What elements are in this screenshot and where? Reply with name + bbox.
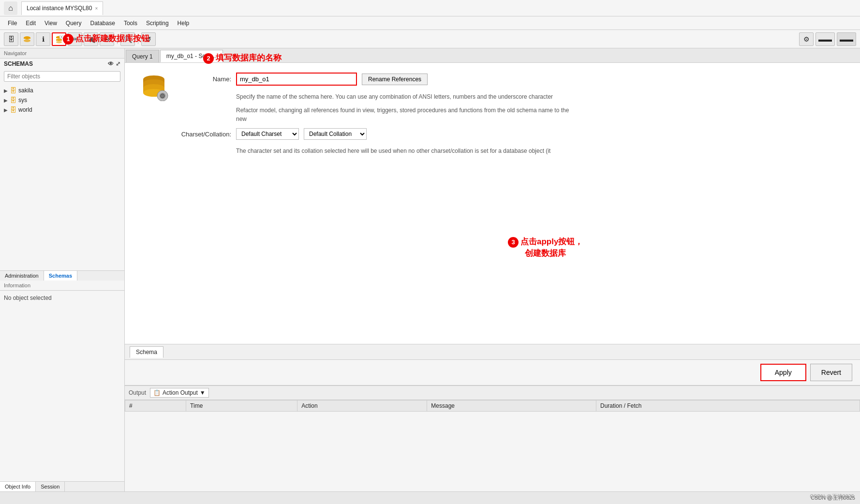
obj-tab-info[interactable]: Object Info bbox=[0, 482, 36, 491]
main-layout: Navigator SCHEMAS 👁 ⤢ ▶ 🗄 sakila ▶ bbox=[0, 48, 860, 491]
db-icon-sakila: 🗄 bbox=[10, 87, 16, 94]
schema-tabs-section: Schema bbox=[125, 344, 860, 359]
schema-editor: ⚙ Name: Rename References Specify the na… bbox=[125, 63, 860, 344]
schema-form: Name: Rename References Specify the name… bbox=[178, 73, 845, 160]
schema-name-input[interactable] bbox=[236, 73, 357, 86]
filter-box bbox=[0, 69, 124, 84]
left-bottom-tabs: Administration Schemas bbox=[0, 270, 124, 281]
tree-arrow-world: ▶ bbox=[4, 107, 8, 113]
svg-text:+: + bbox=[60, 35, 62, 39]
output-table-wrapper: # Time Action Message Duration / Fetch bbox=[125, 400, 860, 491]
left-panel: Navigator SCHEMAS 👁 ⤢ ▶ 🗄 sakila ▶ bbox=[0, 48, 125, 491]
rename-references-button[interactable]: Rename References bbox=[362, 74, 428, 85]
toolbar-separator2 bbox=[138, 34, 138, 44]
toolbar-btn-2[interactable] bbox=[20, 32, 34, 46]
output-table: # Time Action Message Duration / Fetch bbox=[125, 400, 860, 412]
name-field-row: Name: Rename References bbox=[178, 73, 845, 86]
schemas-icons: 👁 ⤢ bbox=[108, 60, 120, 67]
db-icon-sys: 🗄 bbox=[10, 96, 16, 104]
tab-schema-editor[interactable]: my_db_o1 - Sche... bbox=[160, 50, 223, 62]
schema-icon-eye[interactable]: 👁 bbox=[108, 60, 114, 67]
toolbar-btn-search[interactable]: 🔍 bbox=[120, 32, 135, 46]
svg-point-2 bbox=[24, 39, 30, 42]
svg-rect-1 bbox=[24, 38, 30, 39]
tree-label-sys: sys bbox=[18, 97, 27, 104]
tree-arrow-sys: ▶ bbox=[4, 98, 8, 103]
collation-select[interactable]: Default Collation bbox=[304, 128, 367, 140]
toolbar-btn-5[interactable]: 🔌 bbox=[84, 32, 98, 46]
col-duration: Duration / Fetch bbox=[596, 400, 860, 412]
tab-query1[interactable]: Query 1 bbox=[126, 50, 159, 62]
toolbar-layout-btn1[interactable]: ▬▬ bbox=[816, 32, 835, 46]
revert-button[interactable]: Revert bbox=[810, 364, 852, 381]
action-row: Apply Revert bbox=[125, 359, 860, 385]
menu-view[interactable]: View bbox=[41, 19, 61, 28]
output-label: Output bbox=[129, 389, 146, 396]
home-icon[interactable]: ⌂ bbox=[4, 1, 17, 15]
desc2: Refactor model, changing all references … bbox=[236, 106, 575, 123]
charset-select[interactable]: Default Charset bbox=[236, 128, 299, 140]
menu-scripting[interactable]: Scripting bbox=[142, 19, 173, 28]
toolbar-btn-6[interactable]: ⊖ bbox=[100, 32, 114, 46]
toolbar-layout-btn2[interactable]: ▬▬ bbox=[837, 32, 856, 46]
toolbar-separator bbox=[117, 34, 118, 44]
tree-item-sys[interactable]: ▶ 🗄 sys bbox=[0, 95, 124, 105]
toolbar-btn-info[interactable]: ℹ bbox=[36, 32, 50, 46]
toolbar-btn-new-schema[interactable]: + bbox=[52, 32, 66, 46]
tree-label-world: world bbox=[18, 106, 32, 113]
status-right: CSDN @王祎0825 bbox=[811, 494, 855, 502]
schemas-label: SCHEMAS bbox=[4, 60, 33, 67]
apply-button[interactable]: Apply bbox=[760, 364, 806, 381]
no-object-label: No object selected bbox=[0, 291, 124, 481]
dropdown-arrow: ▼ bbox=[200, 389, 206, 396]
schema-sub-tab[interactable]: Schema bbox=[130, 346, 163, 358]
menu-query[interactable]: Query bbox=[62, 19, 86, 28]
name-label: Name: bbox=[178, 75, 231, 83]
filter-input[interactable] bbox=[4, 71, 120, 82]
tree-arrow-sakila: ▶ bbox=[4, 88, 8, 93]
charset-label: Charset/Collation: bbox=[178, 131, 231, 138]
svg-rect-6 bbox=[56, 40, 62, 41]
menu-help[interactable]: Help bbox=[174, 19, 193, 28]
col-num: # bbox=[125, 400, 186, 412]
col-message: Message bbox=[427, 400, 596, 412]
menu-bar: File Edit View Query Database Tools Scri… bbox=[0, 16, 860, 30]
tree-item-world[interactable]: ▶ 🗄 world bbox=[0, 105, 124, 115]
svg-point-7 bbox=[56, 41, 62, 43]
tab-local-instance[interactable]: Local instance MYSQL80 × bbox=[21, 1, 103, 15]
charset-desc: The character set and its collation sele… bbox=[236, 147, 575, 155]
charset-controls: Default Charset Default Collation bbox=[236, 128, 367, 140]
action-output-dropdown[interactable]: 📋 Action Output ▼ bbox=[150, 388, 209, 398]
col-time: Time bbox=[186, 400, 297, 412]
status-bar: CSDN @王祎0825 bbox=[0, 491, 860, 504]
toolbar: 🗄 ℹ + ✏ 🔌 ⊖ 🔍 ↺ ⚙ ▬▬ ▬▬ bbox=[0, 30, 860, 48]
schema-tree: ▶ 🗄 sakila ▶ 🗄 sys ▶ 🗄 world bbox=[0, 84, 124, 270]
col-action: Action bbox=[297, 400, 427, 412]
tab-schemas[interactable]: Schemas bbox=[44, 271, 77, 281]
tab-administration[interactable]: Administration bbox=[0, 271, 44, 281]
toolbar-btn-refresh[interactable]: ↺ bbox=[141, 32, 156, 46]
menu-file[interactable]: File bbox=[4, 19, 21, 28]
toolbar-btn-4[interactable]: ✏ bbox=[68, 32, 82, 46]
svg-text:⚙: ⚙ bbox=[160, 92, 165, 100]
toolbar-right: ⚙ ▬▬ ▬▬ bbox=[799, 32, 856, 46]
toolbar-btn-1[interactable]: 🗄 bbox=[4, 32, 18, 46]
tree-label-sakila: sakila bbox=[18, 87, 33, 94]
menu-edit[interactable]: Edit bbox=[22, 19, 40, 28]
obj-tab-session[interactable]: Session bbox=[36, 482, 65, 491]
tab-label: Local instance MYSQL80 bbox=[27, 5, 92, 12]
tab-close-icon[interactable]: × bbox=[95, 6, 98, 11]
schema-icon-expand[interactable]: ⤢ bbox=[116, 60, 120, 67]
tree-item-sakila[interactable]: ▶ 🗄 sakila bbox=[0, 86, 124, 95]
navigator-header: Navigator bbox=[0, 48, 124, 59]
right-panel: Query 1 my_db_o1 - Sche... bbox=[125, 48, 860, 491]
menu-database[interactable]: Database bbox=[87, 19, 119, 28]
toolbar-settings-icon[interactable]: ⚙ bbox=[799, 32, 814, 46]
output-header: Output 📋 Action Output ▼ bbox=[125, 386, 860, 400]
object-tabs: Object Info Session bbox=[0, 481, 124, 491]
desc1: Specify the name of the schema here. You… bbox=[236, 92, 575, 101]
content-tabs: Query 1 my_db_o1 - Sche... bbox=[125, 48, 860, 63]
menu-tools[interactable]: Tools bbox=[120, 19, 141, 28]
dropdown-icon: 📋 bbox=[153, 389, 161, 396]
title-bar: ⌂ Local instance MYSQL80 × bbox=[0, 0, 860, 16]
